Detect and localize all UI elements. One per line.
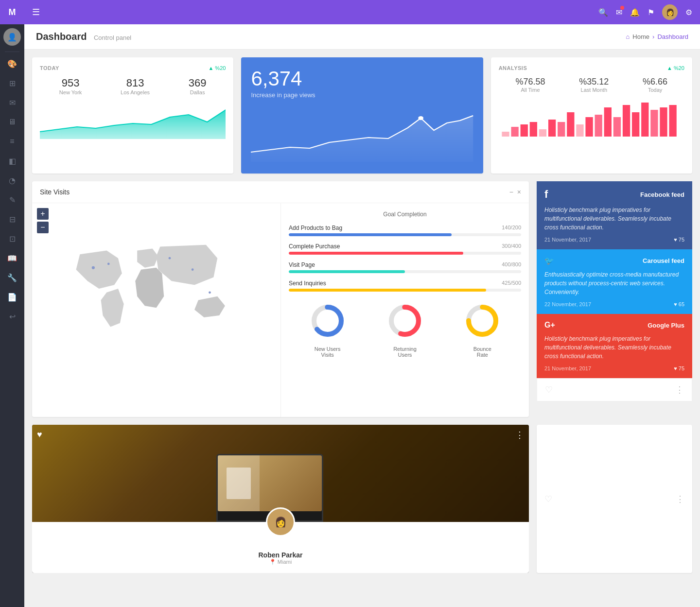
close-button[interactable]: × — [517, 188, 521, 196]
mail-icon[interactable]: ✉ — [616, 8, 622, 17]
stat-new-york: 953 New York — [59, 77, 82, 95]
topbar-left: ☰ — [32, 7, 40, 17]
sidebar-item-grid[interactable]: ⊞ — [0, 73, 24, 93]
breadcrumb-separator: › — [652, 33, 654, 40]
today-label: TODAY — [40, 65, 59, 71]
facebook-footer: 21 November, 2017 ♥ 75 — [544, 237, 684, 243]
home-icon: ⌂ — [626, 33, 630, 40]
twitter-likes: ♥ 65 — [674, 301, 684, 307]
svg-point-25 — [192, 268, 194, 271]
sidebar-item-list[interactable]: ≡ — [0, 132, 24, 151]
page-subtitle: Control panel — [94, 34, 131, 41]
gear-icon[interactable]: ⚙ — [685, 8, 692, 17]
photo-card: ♥ ⋮ 👩 Roben Parkar 📍 Miami — [32, 425, 529, 573]
svg-rect-19 — [650, 110, 658, 137]
topbar-avatar[interactable]: 👩 — [662, 4, 678, 20]
svg-rect-10 — [567, 112, 574, 137]
sidebar-item-reply[interactable]: ↩ — [0, 307, 24, 326]
stat-today: %6.66 Today — [643, 77, 667, 93]
mail-badge — [620, 6, 624, 10]
sidebar-item-mail[interactable]: ✉ — [0, 93, 24, 112]
topbar: ☰ 🔍 ✉ 🔔 ⚑ 👩 ⚙ — [24, 0, 700, 24]
breadcrumb-home[interactable]: Home — [632, 33, 649, 40]
svg-rect-5 — [520, 124, 527, 137]
sidebar-logo[interactable]: M — [0, 0, 24, 24]
zoom-in-button[interactable]: + — [37, 208, 49, 220]
sidebar-item-edit[interactable]: ✎ — [0, 190, 24, 209]
donut-svg-returning — [385, 301, 424, 340]
facebook-feed-card: f Facebook feed Holisticly benchmark plu… — [537, 181, 692, 249]
sidebar-item-table[interactable]: ⊟ — [0, 209, 24, 229]
today-label-analysis: Today — [643, 87, 667, 93]
progress-add — [289, 233, 521, 236]
today-card: TODAY ▲ %20 953 New York 813 Los Angeles — [32, 57, 233, 173]
stat-lastmonth: %35.12 Last Month — [579, 77, 609, 93]
analysis-badge: ▲ %20 — [667, 65, 684, 71]
search-icon[interactable]: 🔍 — [598, 8, 608, 17]
sidebar-item-wrench[interactable]: 🔧 — [0, 268, 24, 287]
facebook-likes: ♥ 75 — [674, 237, 684, 243]
twitter-text: Enthusiastically optimize cross-media ma… — [544, 270, 684, 296]
twitter-date: 22 November, 2017 — [544, 301, 591, 307]
minimize-button[interactable]: − — [509, 188, 513, 196]
profile-avatar: 👩 — [266, 507, 295, 537]
goals-area: Goal Completion Add Products to Bag 140/… — [280, 203, 529, 417]
today-badge: ▲ %20 — [208, 65, 226, 71]
donut-new-users: New UsersVisits — [308, 301, 347, 358]
sidebar-item-book[interactable]: 📖 — [0, 248, 24, 268]
facebook-header: f Facebook feed — [544, 188, 684, 201]
zoom-out-button[interactable]: − — [37, 222, 49, 233]
profile-section: 👩 Roben Parkar 📍 Miami — [32, 522, 529, 573]
breadcrumb-nav: ⌂ Home › Dashboard — [626, 33, 689, 40]
svg-rect-8 — [548, 120, 556, 137]
stat-la: 813 Los Angeles — [121, 77, 150, 95]
more-options-button[interactable]: ⋮ — [515, 430, 524, 440]
donut-label-new-users: New UsersVisits — [308, 346, 347, 358]
sidebar-item-chart[interactable]: ◔ — [0, 171, 24, 190]
svg-rect-3 — [502, 132, 509, 137]
google-text: Holisticly benchmark plug imperatives fo… — [544, 334, 684, 361]
facebook-text: Holisticly benchmark plug imperatives fo… — [544, 206, 684, 232]
sidebar: M 👤 🎨 ⊞ ✉ 🖥 ≡ ◧ ◔ ✎ ⊟ ⊡ 📖 🔧 📄 ↩ — [0, 0, 24, 607]
map-area: + − — [32, 203, 280, 417]
twitter-footer: 22 November, 2017 ♥ 65 — [544, 301, 684, 307]
svg-rect-11 — [576, 124, 583, 137]
bell-icon[interactable]: 🔔 — [630, 8, 640, 17]
stat-label-ny: New York — [59, 89, 82, 95]
goal-label-purchase: Complete Purchase — [289, 243, 340, 250]
twitter-feed-card: 🐦 Carousel feed Enthusiastically optimiz… — [537, 249, 692, 314]
analysis-chart — [499, 98, 684, 137]
heart-button[interactable]: ♥ — [37, 430, 42, 440]
hamburger-button[interactable]: ☰ — [32, 7, 40, 17]
sidebar-avatar[interactable]: 👤 — [3, 28, 21, 46]
sidebar-item-layers[interactable]: ◧ — [0, 151, 24, 171]
bottom-menu-icon: ⋮ — [676, 494, 684, 504]
stat-number-dallas: 369 — [189, 77, 207, 89]
sidebar-item-palette[interactable]: 🎨 — [0, 54, 24, 73]
flag-icon[interactable]: ⚑ — [648, 8, 654, 17]
lastmonth-label: Last Month — [579, 87, 609, 93]
stat-number-la: 813 — [121, 77, 150, 89]
sidebar-item-monitor[interactable]: 🖥 — [0, 112, 24, 132]
svg-rect-21 — [669, 105, 676, 137]
goal-send-inquiries: Send Inquiries 425/500 — [289, 280, 521, 292]
laptop-image — [227, 468, 251, 499]
alltime-label: All Time — [515, 87, 545, 93]
svg-point-24 — [169, 257, 171, 260]
analysis-header: ANALYSIS ▲ %20 — [499, 65, 684, 71]
twitter-icon: 🐦 — [544, 256, 554, 265]
svg-rect-13 — [595, 115, 602, 137]
location-text: Miami — [278, 559, 292, 565]
progress-visit — [289, 270, 521, 273]
sidebar-item-inbox[interactable]: ⊡ — [0, 229, 24, 248]
goal-value-purchase: 300/400 — [502, 243, 521, 250]
analysis-label: ANALYSIS — [499, 65, 527, 71]
svg-rect-20 — [660, 107, 667, 137]
donut-returning: ReturningUsers — [385, 301, 424, 358]
sidebar-item-file[interactable]: 📄 — [0, 287, 24, 307]
google-feed-card: G+ Google Plus Holisticly benchmark plug… — [537, 314, 692, 378]
photo-overlay: ♥ ⋮ — [37, 430, 524, 440]
svg-rect-6 — [529, 122, 537, 137]
google-footer: 21 November, 2017 ♥ 75 — [544, 365, 684, 371]
stat-label-la: Los Angeles — [121, 89, 150, 95]
